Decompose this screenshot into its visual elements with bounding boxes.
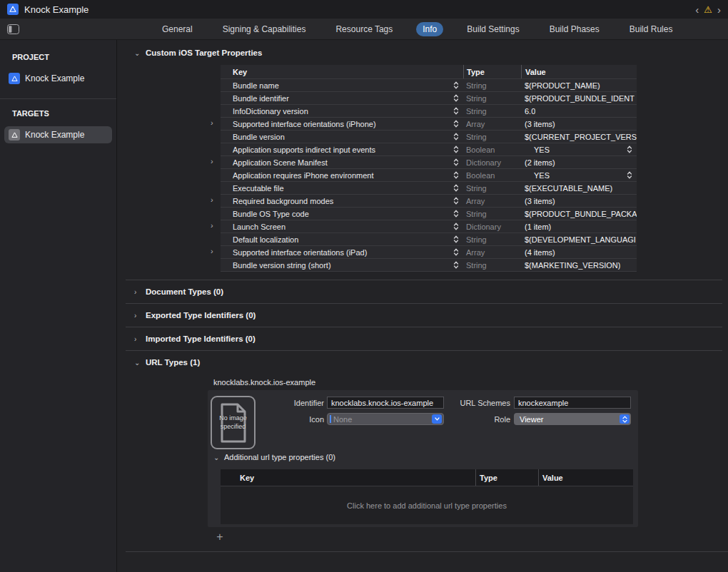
tab-resource-tags[interactable]: Resource Tags (329, 22, 399, 36)
key-stepper-icon[interactable] (453, 248, 459, 256)
add-properties-empty-row[interactable]: Click here to add additional url type pr… (221, 486, 633, 524)
key-stepper-icon[interactable] (453, 235, 459, 243)
key-stepper-icon[interactable] (453, 120, 459, 128)
window-title: Knock Example (24, 4, 89, 15)
custom-properties-section-header[interactable]: ⌄ Custom iOS Target Properties (134, 48, 728, 57)
identifier-field[interactable]: knocklabs.knock.ios-example (327, 397, 444, 409)
key-stepper-icon[interactable] (453, 210, 459, 218)
tab-build-phases[interactable]: Build Phases (543, 22, 606, 36)
section-title: URL Types (1) (146, 358, 200, 367)
property-row[interactable]: › Bundle version String $(CURRENT_PROJEC… (221, 131, 637, 143)
identifier-label: Identifier (275, 399, 324, 407)
url-type-item-title: knocklabs.knock.ios-example (213, 378, 728, 387)
tab-list: GeneralSigning & CapabilitiesResource Ta… (156, 22, 679, 36)
row-disclosure-chevron-icon[interactable]: › (211, 118, 213, 127)
property-key: Application requires iPhone environment (233, 171, 453, 180)
tab-build-rules[interactable]: Build Rules (623, 22, 679, 36)
additional-properties-header[interactable]: ⌄ Additional url type properties (0) (213, 453, 335, 461)
property-row[interactable]: › Bundle OS Type code String $(PRODUCT_B… (221, 208, 637, 220)
property-value: (2 items) (525, 158, 555, 167)
add-url-type-button[interactable]: + (214, 532, 226, 543)
target-icon (9, 129, 20, 141)
property-key: Bundle OS Type code (233, 210, 453, 218)
property-type: String (463, 133, 521, 141)
section-title: Imported Type Identifiers (0) (146, 334, 256, 343)
property-row[interactable]: › Application supports indirect input ev… (221, 143, 637, 156)
property-row[interactable]: › InfoDictionary version String 6.0 (221, 105, 637, 118)
property-row[interactable]: › Application requires iPhone environmen… (221, 169, 637, 182)
tab-build-settings[interactable]: Build Settings (460, 22, 525, 36)
icon-combobox[interactable]: None (327, 413, 444, 425)
project-icon (9, 73, 20, 84)
property-key: InfoDictionary version (233, 107, 453, 116)
key-stepper-icon[interactable] (453, 133, 459, 141)
tab-info[interactable]: Info (416, 22, 443, 36)
key-stepper-icon[interactable] (453, 171, 459, 179)
combo-dropdown-icon[interactable] (432, 414, 442, 424)
row-disclosure-chevron-icon[interactable]: › (211, 247, 213, 255)
sidebar-toggle-icon[interactable] (7, 24, 19, 37)
property-row[interactable]: › Supported interface orientations (iPad… (221, 246, 637, 259)
title-bar: Knock Example ‹ ⚠ › (0, 0, 728, 19)
sidebar-item-project[interactable]: Knock Example (4, 70, 112, 87)
value-stepper-icon[interactable] (627, 145, 632, 153)
row-disclosure-chevron-icon[interactable]: › (211, 157, 213, 165)
project-targets-sidebar: PROJECT Knock Example TARGETS Knock Exam… (0, 40, 117, 572)
project-section-header: PROJECT (0, 53, 116, 61)
targets-section-header: TARGETS (0, 109, 116, 118)
value-stepper-icon[interactable] (627, 171, 632, 179)
property-type: String (463, 184, 521, 193)
chevron-down-icon: ⌄ (134, 359, 140, 367)
column-header-value: Value (538, 469, 633, 486)
warning-icon[interactable]: ⚠ (704, 5, 712, 14)
property-row[interactable]: › Executable file String $(EXECUTABLE_NA… (221, 182, 637, 195)
url-type-card: No image specified Identifier knocklabs.… (208, 390, 638, 527)
collapsed-section-header[interactable]: › Imported Type Identifiers (0) (117, 327, 728, 350)
key-stepper-icon[interactable] (453, 223, 459, 230)
property-type: String (463, 81, 521, 90)
property-key: Executable file (233, 184, 453, 193)
property-row[interactable]: › Default localization String $(DEVELOPM… (221, 233, 637, 246)
key-stepper-icon[interactable] (453, 107, 459, 115)
section-divider (126, 350, 722, 351)
key-stepper-icon[interactable] (453, 197, 459, 205)
no-image-placeholder[interactable]: No image specified (211, 396, 256, 449)
url-schemes-field[interactable]: knockexample (514, 397, 631, 409)
url-types-section-header[interactable]: ⌄ URL Types (1) (134, 358, 728, 367)
property-type: String (463, 235, 521, 244)
row-disclosure-chevron-icon[interactable]: › (211, 221, 213, 230)
editor-tab-bar: GeneralSigning & CapabilitiesResource Ta… (0, 19, 728, 40)
property-row[interactable]: › Required background modes Array (3 ite… (221, 195, 637, 208)
property-key: Supported interface orientations (iPad) (233, 248, 453, 257)
collapsed-section-header[interactable]: › Document Types (0) (117, 280, 728, 303)
property-row[interactable]: › Bundle name String $(PRODUCT_NAME) (221, 79, 637, 92)
collapsed-section-header[interactable]: › Exported Type Identifiers (0) (117, 304, 728, 327)
property-row[interactable]: › Supported interface orientations (iPho… (221, 118, 637, 131)
property-row[interactable]: › Bundle identifier String $(PRODUCT_BUN… (221, 92, 637, 105)
chevron-right-icon: › (134, 288, 140, 296)
tab-general[interactable]: General (156, 22, 199, 36)
key-stepper-icon[interactable] (453, 81, 459, 89)
key-stepper-icon[interactable] (453, 145, 459, 153)
key-stepper-icon[interactable] (453, 158, 459, 166)
property-type: Dictionary (463, 223, 521, 231)
property-type: Array (463, 248, 521, 257)
tab-signing-capabilities[interactable]: Signing & Capabilities (216, 22, 313, 36)
property-value: $(EXECUTABLE_NAME) (525, 184, 612, 193)
key-stepper-icon[interactable] (453, 94, 459, 102)
property-row[interactable]: › Launch Screen Dictionary (1 item) (221, 220, 637, 233)
role-popup[interactable]: Viewer (514, 413, 631, 425)
key-stepper-icon[interactable] (453, 184, 459, 192)
property-row[interactable]: › Application Scene Manifest Dictionary … (221, 156, 637, 169)
property-value: YES (525, 171, 550, 180)
column-header-type: Type (463, 65, 521, 78)
no-image-label: No image specified (212, 414, 254, 431)
back-chevron-icon[interactable]: ‹ (695, 4, 699, 15)
additional-properties-table: Key Type Value Click here to add additio… (221, 469, 633, 524)
sidebar-item-target[interactable]: Knock Example (4, 126, 112, 143)
section-title: Exported Type Identifiers (0) (146, 311, 256, 320)
forward-chevron-icon[interactable]: › (717, 4, 721, 15)
row-disclosure-chevron-icon[interactable]: › (211, 195, 213, 204)
key-stepper-icon[interactable] (453, 261, 459, 269)
property-row[interactable]: › Bundle version string (short) String $… (221, 259, 637, 272)
